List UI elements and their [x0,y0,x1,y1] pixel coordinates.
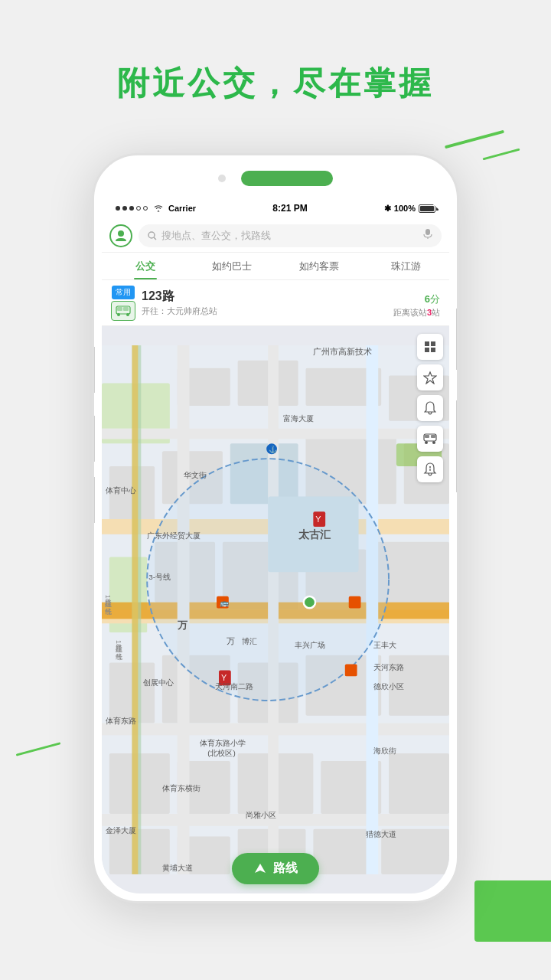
svg-rect-94 [425,341,429,346]
svg-line-2 [154,237,156,240]
svg-rect-6 [117,307,122,311]
deco-line-1 [445,130,504,149]
deco-line-2 [482,149,520,161]
route-button-label: 路线 [273,861,298,877]
svg-text:万: 万 [227,636,235,645]
signal-dot-5 [143,206,148,211]
phone-top-bar [94,155,457,201]
map-svg: 太古汇 万 🚌 ⚓ Y Y [102,326,449,893]
svg-text:广东外经贸大厦: 广东外经贸大厦 [147,531,201,540]
svg-text:太古汇: 太古汇 [298,528,331,541]
svg-text:3-号线: 3-号线 [148,573,171,581]
svg-text:体育东横街: 体育东横街 [162,784,201,792]
status-left: Carrier [116,203,196,214]
svg-rect-96 [425,348,429,352]
volume-down-button [92,477,95,523]
deco-line-3 [16,742,61,756]
svg-rect-95 [431,341,435,346]
svg-text:⚓: ⚓ [269,445,278,454]
svg-marker-106 [255,864,266,873]
svg-point-54 [305,598,314,607]
mic-icon[interactable] [423,229,432,242]
svg-point-8 [117,313,120,316]
svg-text:德欣小区: 德欣小区 [373,682,404,691]
user-avatar[interactable] [109,224,132,247]
search-input-area[interactable]: 搜地点、查公交，找路线 [139,224,442,247]
search-icon [148,231,157,240]
svg-text:富海大厦: 富海大厦 [283,414,314,423]
map-icons-panel [417,334,443,482]
battery-icon [419,204,435,213]
phone-dot [218,175,226,182]
notification-button[interactable] [417,395,443,421]
bus-minutes: 6分 [393,287,440,307]
svg-rect-100 [425,435,429,438]
signal-dot-2 [122,206,127,211]
route-arrow-icon [253,862,267,876]
favorite-button[interactable] [417,364,443,390]
svg-rect-39 [313,829,373,874]
svg-text:万: 万 [177,619,188,631]
battery-fill [420,206,434,211]
tab-rueyue-ticket[interactable]: 如约客票 [276,253,363,279]
carrier-text: Carrier [168,204,196,213]
status-time: 8:21 PM [272,203,307,214]
svg-text:华文街: 华文街 [184,471,207,479]
signal-dot-1 [116,206,120,211]
svg-text:体育东路小学: 体育东路小学 [200,739,246,747]
signal-dot-4 [136,206,141,211]
headline: 附近公交，尽在掌握 [0,61,551,106]
svg-text:Y: Y [315,514,321,524]
svg-text:广州市高新技术: 广州市高新技术 [313,347,372,356]
svg-point-104 [429,466,431,468]
deco-line-4 [474,880,551,942]
tab-rueyue-bus[interactable]: 如约巴士 [189,253,276,279]
svg-rect-7 [123,307,129,311]
svg-text:猎德大道: 猎德大道 [366,830,396,838]
mute-button [92,347,95,393]
volume-up-button [92,416,95,462]
svg-point-0 [118,230,124,237]
svg-rect-35 [389,753,449,814]
power-button [456,309,459,370]
svg-text:尚雅小区: 尚雅小区 [246,811,276,819]
bus-vehicle-icon [111,301,135,321]
bus-info-card[interactable]: 常用 123路 开往：大元帅府总站 6分 [102,280,449,326]
bus-panel-button[interactable] [417,426,443,452]
svg-text:海欣街: 海欣街 [373,746,396,755]
svg-text:博汇: 博汇 [242,637,257,645]
route-button-container: 路线 [232,853,319,884]
phone-notch [241,171,333,186]
bus-time-info: 6分 距离该站3站 [393,287,440,318]
bus-distance: 距离该站3站 [393,307,440,318]
signal-dot-3 [129,206,134,211]
tab-bus[interactable]: 公交 [102,253,189,279]
svg-text:体育东路: 体育东路 [106,717,136,725]
svg-text:王丰大: 王丰大 [373,641,396,649]
svg-text:丰兴广场: 丰兴广场 [295,641,325,649]
svg-rect-3 [425,229,430,235]
search-bar[interactable]: 搜地点、查公交，找路线 [102,219,449,253]
battery-percent: 100% [394,204,416,213]
svg-text:创展中心: 创展中心 [143,678,174,687]
alert-button[interactable] [417,456,443,482]
svg-point-9 [126,313,129,316]
route-button[interactable]: 路线 [232,853,319,884]
svg-text:🚌: 🚌 [220,598,230,608]
phone-screen: Carrier 8:21 PM ✱ 100% [102,198,449,893]
status-right: ✱ 100% [384,204,435,214]
svg-text:天河东路: 天河东路 [373,663,404,671]
wifi-icon [153,203,164,214]
tab-pearl-river[interactable]: 珠江游 [363,253,450,279]
svg-text:体育中心: 体育中心 [106,486,136,495]
svg-text:(北校区): (北校区) [207,749,236,757]
bus-route-dest: 开往：大元帅府总站 [142,305,387,317]
map-area[interactable]: 太古汇 万 🚌 ⚓ Y Y [102,326,449,893]
volume-button-right [456,400,459,492]
layers-button[interactable] [417,334,443,360]
svg-point-1 [148,232,155,238]
search-placeholder: 搜地点、查公交，找路线 [161,229,419,243]
svg-rect-61 [345,665,357,677]
svg-text:金泽大厦: 金泽大厦 [106,826,136,835]
svg-point-103 [432,441,435,444]
